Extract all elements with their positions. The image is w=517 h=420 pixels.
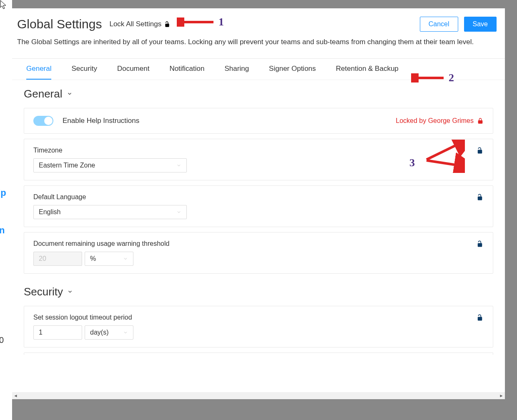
lock-icon xyxy=(477,118,484,124)
setting-threshold: Document remaining usage warning thresho… xyxy=(24,232,493,274)
tab-notification[interactable]: Notification xyxy=(169,59,204,80)
tab-general[interactable]: General xyxy=(26,59,51,80)
session-timeout-lock-toggle[interactable] xyxy=(476,314,484,323)
chevron-down-icon xyxy=(67,289,73,295)
language-label: Default Language xyxy=(33,193,484,201)
save-button[interactable]: Save xyxy=(464,17,497,32)
lock-all-label: Lock All Settings xyxy=(109,20,161,28)
language-value: English xyxy=(39,208,60,216)
background-peek: 'p n 0 xyxy=(0,0,12,420)
threshold-unit: % xyxy=(90,255,96,262)
annotation-number-1: 1 xyxy=(218,16,224,28)
tab-sharing[interactable]: Sharing xyxy=(225,59,249,80)
section-general-title: General xyxy=(24,88,63,100)
timezone-lock-toggle[interactable] xyxy=(476,147,484,156)
lock-all-settings-toggle[interactable]: Lock All Settings xyxy=(109,20,171,28)
tab-signer-options[interactable]: Signer Options xyxy=(269,59,316,80)
setting-card-partial xyxy=(24,352,493,355)
horizontal-scrollbar[interactable]: ◄ ► xyxy=(12,392,505,399)
section-general-header[interactable]: General xyxy=(24,88,493,100)
chevron-down-icon xyxy=(176,163,181,168)
session-timeout-unit-select[interactable]: day(s) xyxy=(85,325,133,340)
unlock-icon xyxy=(164,21,171,28)
tab-retention-backup[interactable]: Retention & Backup xyxy=(336,59,399,80)
threshold-lock-toggle[interactable] xyxy=(476,240,484,249)
setting-session-timeout: Set session logout timeout period 1 day(… xyxy=(24,306,493,348)
mouse-cursor-icon xyxy=(0,0,8,12)
setting-enable-help: Enable Help Instructions Locked by Georg… xyxy=(24,108,493,134)
unlock-icon xyxy=(476,193,484,201)
threshold-value: 20 xyxy=(39,255,46,262)
setting-language: Default Language English xyxy=(24,185,493,227)
timezone-label: Timezone xyxy=(33,147,484,154)
section-security-header[interactable]: Security xyxy=(24,285,493,298)
threshold-value-input[interactable]: 20 xyxy=(33,252,82,266)
timezone-value: Eastern Time Zone xyxy=(39,162,95,169)
global-settings-modal: Global Settings Lock All Settings Cancel… xyxy=(12,8,505,399)
session-timeout-value: 1 xyxy=(39,329,43,336)
cancel-button[interactable]: Cancel xyxy=(420,17,458,32)
enable-help-toggle[interactable] xyxy=(33,116,53,126)
chevron-down-icon xyxy=(176,210,181,215)
enable-help-label: Enable Help Instructions xyxy=(63,117,139,125)
scroll-right-icon[interactable]: ► xyxy=(498,392,505,399)
page-title: Global Settings xyxy=(17,17,102,31)
chevron-down-icon xyxy=(123,256,128,261)
modal-header: Global Settings Lock All Settings Cancel… xyxy=(12,8,505,51)
section-security-title: Security xyxy=(24,285,63,298)
chevron-down-icon xyxy=(123,330,128,335)
unlock-icon xyxy=(476,147,484,154)
unlock-icon xyxy=(476,314,484,321)
timezone-select[interactable]: Eastern Time Zone xyxy=(33,158,187,172)
unlock-icon xyxy=(476,240,484,248)
settings-description: The Global Settings are inherited by all… xyxy=(17,37,497,48)
settings-tabs: General Security Document Notification S… xyxy=(12,58,505,80)
settings-content-scroll[interactable]: General Enable Help Instructions Locked … xyxy=(12,80,505,392)
setting-timezone: Timezone Eastern Time Zone xyxy=(24,139,493,180)
annotation-number-2: 2 xyxy=(449,72,454,84)
session-timeout-unit: day(s) xyxy=(90,329,108,336)
language-select[interactable]: English xyxy=(33,205,187,219)
threshold-label: Document remaining usage warning thresho… xyxy=(33,240,484,248)
tab-document[interactable]: Document xyxy=(117,59,149,80)
session-timeout-label: Set session logout timeout period xyxy=(33,314,484,321)
scroll-left-icon[interactable]: ◄ xyxy=(12,392,19,399)
chevron-down-icon xyxy=(67,91,73,97)
tab-security[interactable]: Security xyxy=(71,59,97,80)
language-lock-toggle[interactable] xyxy=(476,193,484,202)
locked-by-badge: Locked by George Grimes xyxy=(396,117,484,125)
session-timeout-value-input[interactable]: 1 xyxy=(33,325,82,340)
threshold-unit-select[interactable]: % xyxy=(85,252,133,266)
annotation-number-3: 3 xyxy=(409,157,415,169)
